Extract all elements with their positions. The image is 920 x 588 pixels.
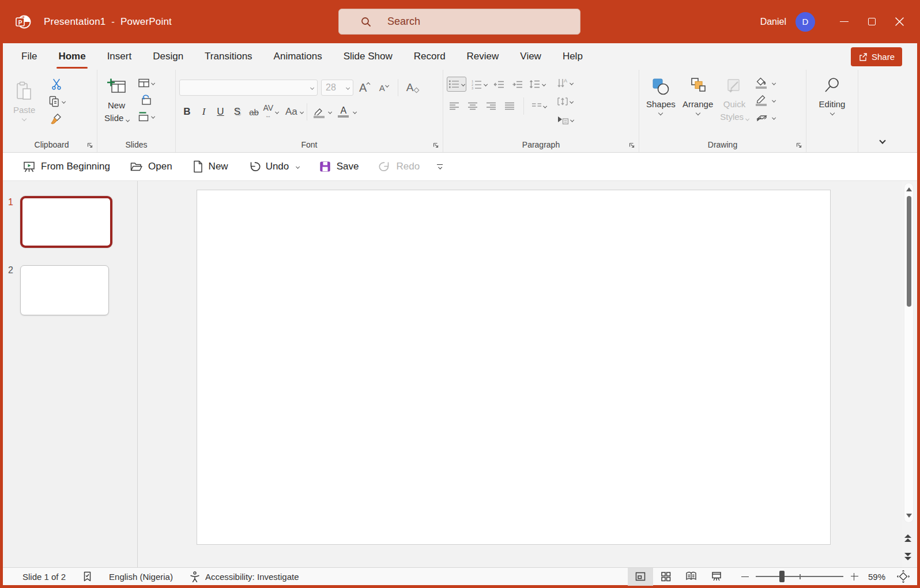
copy-button[interactable] xyxy=(47,94,66,109)
increase-font-size-button[interactable]: A xyxy=(357,80,372,96)
font-color-button[interactable]: A xyxy=(336,104,351,119)
font-color-dropdown-icon[interactable] xyxy=(353,110,356,114)
scroll-up-button[interactable] xyxy=(906,187,912,191)
normal-view-button[interactable] xyxy=(628,568,653,586)
font-name-combobox[interactable] xyxy=(179,80,318,96)
zoom-in-button[interactable] xyxy=(847,568,862,586)
tab-record[interactable]: Record xyxy=(413,43,447,70)
line-spacing-button[interactable] xyxy=(528,77,546,92)
justify-button[interactable] xyxy=(502,99,517,114)
shape-effects-button[interactable] xyxy=(755,110,776,125)
tab-transitions[interactable]: Transitions xyxy=(203,43,254,70)
zoom-slider[interactable] xyxy=(756,576,843,577)
tab-design[interactable]: Design xyxy=(152,43,184,70)
section-button[interactable] xyxy=(137,109,156,124)
new-button[interactable]: New xyxy=(186,157,234,176)
paragraph-dialog-launcher[interactable] xyxy=(628,142,635,149)
reset-button[interactable] xyxy=(137,92,156,107)
tab-file[interactable]: File xyxy=(20,43,38,70)
format-painter-button[interactable] xyxy=(47,111,66,126)
tab-review[interactable]: Review xyxy=(466,43,500,70)
spell-check-button[interactable] xyxy=(74,568,101,586)
reading-view-button[interactable] xyxy=(678,568,704,586)
open-button[interactable]: Open xyxy=(124,157,178,176)
scrollbar-thumb[interactable] xyxy=(907,196,911,307)
tab-animations[interactable]: Animations xyxy=(273,43,323,70)
convert-to-smartart-button[interactable] xyxy=(556,112,575,127)
undo-button[interactable]: Undo xyxy=(242,157,305,176)
slide-canvas[interactable] xyxy=(197,190,831,545)
align-text-button[interactable] xyxy=(556,94,575,109)
character-spacing-button[interactable]: AV ↔ xyxy=(263,104,278,120)
cut-button[interactable] xyxy=(47,77,66,92)
slide-sorter-view-button[interactable] xyxy=(653,568,678,586)
tab-slide-show[interactable]: Slide Show xyxy=(342,43,394,70)
font-size-combobox[interactable]: 28 xyxy=(321,80,353,96)
shape-outline-button[interactable] xyxy=(755,93,776,108)
tab-home[interactable]: Home xyxy=(57,43,86,70)
slide-thumbnail-2[interactable]: 2 xyxy=(3,264,137,315)
text-direction-button[interactable]: A xyxy=(556,76,575,91)
align-center-button[interactable] xyxy=(465,99,480,114)
bullets-button[interactable] xyxy=(447,77,466,92)
share-button[interactable]: Share xyxy=(851,47,902,66)
close-button[interactable] xyxy=(885,0,913,43)
drawing-dialog-launcher[interactable] xyxy=(795,142,802,149)
avatar[interactable]: D xyxy=(795,12,815,32)
slide-show-button[interactable] xyxy=(704,568,729,586)
increase-indent-button[interactable] xyxy=(510,77,525,92)
text-highlight-button[interactable] xyxy=(311,104,326,119)
change-case-button[interactable]: Aa xyxy=(285,104,303,120)
align-left-button[interactable] xyxy=(447,99,462,114)
columns-button[interactable] xyxy=(530,99,548,114)
tab-view[interactable]: View xyxy=(519,43,542,70)
strikethrough-button[interactable]: ab xyxy=(246,104,262,120)
decrease-font-size-button[interactable]: A xyxy=(376,80,391,96)
arrange-button[interactable]: Arrange xyxy=(679,74,717,138)
powerpoint-logo-icon[interactable]: P xyxy=(12,10,35,33)
user-name[interactable]: Daniel xyxy=(760,17,786,27)
highlight-dropdown-icon[interactable] xyxy=(328,110,331,114)
italic-button[interactable]: I xyxy=(196,104,212,120)
next-slide-button[interactable] xyxy=(904,553,911,560)
shapes-button[interactable]: Shapes xyxy=(643,74,679,138)
collapse-ribbon-button[interactable] xyxy=(880,135,885,145)
font-dialog-launcher[interactable] xyxy=(432,142,439,149)
toolbar-overflow-button[interactable] xyxy=(437,164,443,169)
paste-button[interactable]: Paste xyxy=(10,78,39,138)
tab-help[interactable]: Help xyxy=(561,43,584,70)
slide-indicator[interactable]: Slide 1 of 2 xyxy=(14,568,74,586)
scroll-down-button[interactable] xyxy=(906,514,912,518)
accessibility-checker[interactable]: Accessibility: Investigate xyxy=(181,568,307,586)
quick-styles-button[interactable]: Quick Styles xyxy=(717,74,752,138)
scrollbar-track[interactable] xyxy=(904,183,914,523)
minimize-button[interactable] xyxy=(830,0,858,43)
slide-1-thumbnail[interactable] xyxy=(20,196,112,248)
shape-fill-button[interactable] xyxy=(755,76,776,91)
editing-button[interactable]: Editing xyxy=(816,74,849,138)
previous-slide-button[interactable] xyxy=(904,534,911,542)
search-box[interactable]: Search xyxy=(338,9,580,35)
redo-button[interactable]: Redo xyxy=(373,157,426,176)
tab-insert[interactable]: Insert xyxy=(106,43,133,70)
clear-formatting-button[interactable]: A xyxy=(405,80,420,96)
maximize-button[interactable] xyxy=(858,0,885,43)
undo-dropdown-icon[interactable] xyxy=(296,165,299,168)
fit-slide-to-window-button[interactable] xyxy=(892,568,915,586)
language-indicator[interactable]: English (Nigeria) xyxy=(101,568,181,586)
new-slide-button[interactable]: New Slide xyxy=(101,74,132,138)
slide-2-thumbnail[interactable] xyxy=(20,265,109,315)
zoom-out-button[interactable] xyxy=(737,568,752,586)
text-shadow-button[interactable]: S xyxy=(229,104,245,120)
bold-button[interactable]: B xyxy=(179,104,195,120)
from-beginning-button[interactable]: From Beginning xyxy=(17,157,116,176)
zoom-level[interactable]: 59% xyxy=(862,572,892,582)
align-right-button[interactable] xyxy=(484,99,499,114)
underline-button[interactable]: U xyxy=(213,104,228,120)
decrease-indent-button[interactable] xyxy=(491,77,506,92)
save-button[interactable]: Save xyxy=(313,157,365,176)
zoom-slider-thumb[interactable] xyxy=(779,571,785,582)
layout-button[interactable] xyxy=(137,76,156,91)
numbering-button[interactable]: 123 xyxy=(470,77,488,92)
clipboard-dialog-launcher[interactable] xyxy=(86,142,93,149)
